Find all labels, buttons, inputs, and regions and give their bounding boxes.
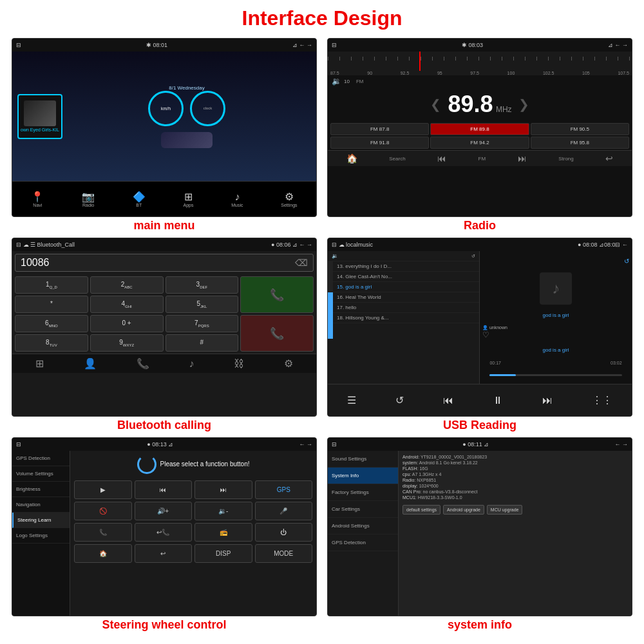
- gps-button[interactable]: GPS: [255, 480, 313, 499]
- keyboard-icon[interactable]: ⊞: [35, 357, 44, 370]
- preset-6[interactable]: FM 95.8: [531, 137, 629, 149]
- track-17[interactable]: 17. hello: [333, 303, 479, 313]
- menu-android-settings[interactable]: Android Settings: [328, 518, 398, 535]
- hang-up-button[interactable]: ↩📞: [135, 523, 193, 542]
- nav-apps[interactable]: ⊞ Apps: [184, 191, 194, 207]
- pause-button[interactable]: ⏸: [493, 395, 503, 406]
- preset-1[interactable]: FM 87.8: [330, 123, 429, 135]
- key-star[interactable]: *: [15, 296, 88, 313]
- preset-5[interactable]: FM 94.2: [430, 137, 529, 149]
- back-button[interactable]: ↩: [135, 544, 193, 563]
- music-icon[interactable]: ♪: [189, 358, 194, 370]
- radio-button[interactable]: 📻: [194, 523, 252, 542]
- preset-2[interactable]: FM 89.8: [430, 123, 529, 135]
- key-6[interactable]: 6MNO: [15, 315, 88, 332]
- mcu-upgrade-button[interactable]: MCU upgrade: [487, 505, 523, 515]
- sidebar-volume-settings[interactable]: Volume Settings: [12, 466, 70, 482]
- key-8[interactable]: 8TUV: [15, 334, 88, 352]
- track-14[interactable]: 14. Glee Cast-Ain't No...: [333, 272, 479, 282]
- track-18[interactable]: 18. Hillsong Young &...: [333, 313, 479, 323]
- menu-car-settings[interactable]: Car Settings: [328, 501, 398, 518]
- key-3[interactable]: 3DEF: [166, 276, 239, 294]
- android-upgrade-button[interactable]: Android upgrade: [443, 505, 484, 515]
- next-button[interactable]: ⏭: [518, 153, 527, 164]
- volume-area: 🔉 10 FM: [328, 75, 632, 87]
- nav-navi[interactable]: 📍 Navi: [31, 191, 44, 207]
- mode-button[interactable]: MODE: [255, 544, 313, 563]
- vol-up-button[interactable]: 🔊+: [135, 502, 193, 520]
- repeat-button[interactable]: ↺: [395, 394, 404, 406]
- tuner-bar: [328, 57, 632, 61]
- strong-button[interactable]: Strong: [558, 156, 574, 162]
- key-hash[interactable]: #: [166, 334, 239, 352]
- preset-3[interactable]: FM 90.5: [531, 123, 629, 135]
- prev-track-button[interactable]: ⏮: [443, 395, 453, 406]
- settings-icon[interactable]: ⚙: [284, 357, 293, 370]
- volume-slider[interactable]: [328, 261, 333, 339]
- track-13[interactable]: 13. everything I do I D...: [333, 261, 479, 272]
- end-call-button[interactable]: 📞: [240, 315, 314, 352]
- key-4[interactable]: 4GHI: [90, 296, 164, 313]
- dashboard: own Eyed Girls-KIL 8/1 Wednesday km/h cl…: [12, 52, 316, 181]
- volume-fill: [328, 292, 333, 339]
- key-0plus[interactable]: 0 +: [90, 315, 164, 332]
- contacts-icon[interactable]: 👤: [84, 357, 97, 370]
- home-button[interactable]: 🏠: [346, 153, 357, 164]
- prev-button[interactable]: ⏮: [135, 480, 193, 499]
- power-button[interactable]: ⏻: [255, 523, 313, 542]
- refresh-icon[interactable]: [137, 455, 156, 474]
- next-button[interactable]: ⏭: [194, 480, 252, 499]
- disp-button[interactable]: DISP: [194, 544, 252, 563]
- backspace-icon[interactable]: ⌫: [295, 258, 308, 268]
- key-9[interactable]: 9WXYZ: [90, 334, 164, 352]
- sidebar-logo-settings[interactable]: Logo Settings: [12, 528, 70, 544]
- prev-freq-button[interactable]: ❮: [430, 97, 441, 112]
- sidebar-steering-learn[interactable]: Steering Learn: [12, 513, 70, 528]
- menu-system-info[interactable]: System Info: [328, 468, 398, 484]
- preset-4[interactable]: FM 91.8: [330, 137, 429, 149]
- key-7[interactable]: 7PQRS: [166, 315, 239, 332]
- next-freq-button[interactable]: ❯: [518, 97, 529, 112]
- caption-usb: USB Reading: [443, 417, 516, 433]
- vol-down-button[interactable]: 🔉-: [194, 502, 252, 520]
- phone-button[interactable]: 📞: [74, 523, 132, 542]
- dashboard-area: own Eyed Girls-KIL 8/1 Wednesday km/h cl…: [12, 52, 316, 181]
- mic-button[interactable]: 🎤: [255, 502, 313, 520]
- menu-gps-detection[interactable]: GPS Detection: [328, 535, 398, 551]
- track-15[interactable]: 15. god is a girl: [333, 282, 479, 292]
- key-2[interactable]: 2ABC: [90, 276, 164, 294]
- progress-bar[interactable]: [489, 374, 621, 376]
- favorite-icon[interactable]: ♡: [482, 330, 489, 339]
- nav-radio[interactable]: 📷 Radio: [82, 191, 95, 207]
- status-bar-6: ⊟ ● 08:11 ⊿ ← →: [328, 438, 632, 451]
- progress-fill: [489, 374, 516, 376]
- menu-factory-settings[interactable]: Factory Settings: [328, 484, 398, 501]
- menu-sound-settings[interactable]: Sound Settings: [328, 451, 398, 468]
- nav-music[interactable]: ♪ Music: [231, 191, 243, 207]
- refresh-area: Please select a function button!: [137, 455, 250, 478]
- sidebar-brightness[interactable]: Brightness: [12, 482, 70, 497]
- track-16[interactable]: 16. Heal The World: [333, 292, 479, 303]
- eq-icon[interactable]: ⋮⋮: [592, 394, 612, 406]
- dial-number: 10086: [21, 257, 50, 269]
- nav-bt[interactable]: 🔷 BT: [133, 191, 146, 207]
- nav-settings[interactable]: ⚙ Settings: [281, 191, 297, 207]
- call-button[interactable]: 📞: [240, 276, 314, 313]
- home-button[interactable]: 🏠: [74, 544, 132, 563]
- link-icon[interactable]: ⛓: [234, 358, 244, 370]
- play-button[interactable]: ▶: [74, 480, 132, 499]
- sidebar-navigation[interactable]: Navigation: [12, 497, 70, 513]
- search-button[interactable]: Search: [389, 156, 405, 162]
- playlist-icon[interactable]: ☰: [347, 394, 356, 406]
- key-1[interactable]: 1Q_D: [15, 276, 88, 294]
- calls-icon[interactable]: 📞: [137, 357, 149, 370]
- key-5[interactable]: 5JKL: [166, 296, 239, 313]
- fm-button[interactable]: FM: [478, 156, 486, 162]
- info-radio: Radio: NXP6851: [402, 478, 628, 482]
- mute-button[interactable]: 🚫: [74, 502, 132, 520]
- sidebar-gps-detection[interactable]: GPS Detection: [12, 451, 70, 466]
- default-settings-button[interactable]: default settings: [402, 505, 440, 515]
- back-button[interactable]: ↩: [605, 153, 613, 164]
- prev-button[interactable]: ⏮: [437, 153, 446, 164]
- next-track-button[interactable]: ⏭: [542, 395, 553, 406]
